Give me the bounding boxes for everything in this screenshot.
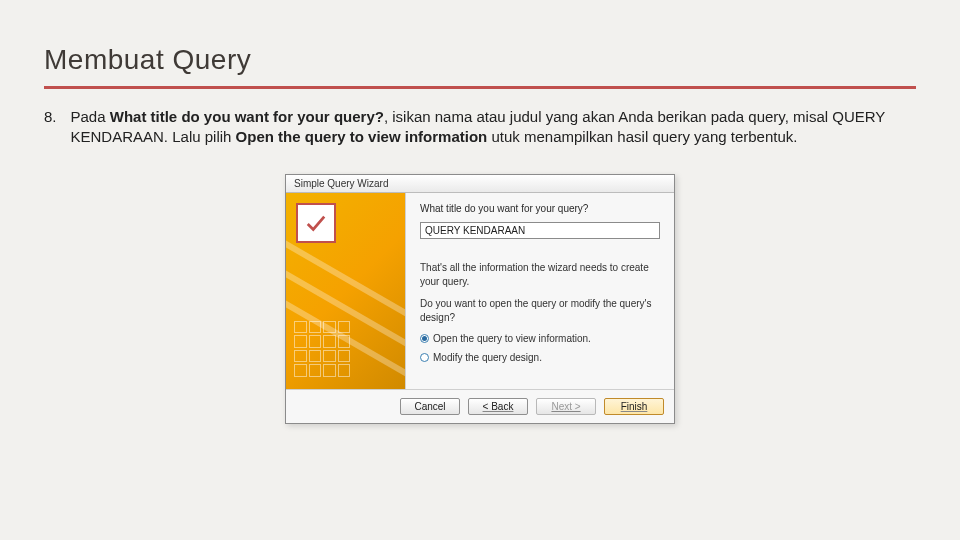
item-text: Pada What title do you want for your que… [71,107,916,148]
text-bold-1: What title do you want for your query? [110,108,384,125]
radio-open-query[interactable]: Open the query to view information. [420,333,660,344]
wizard-question: What title do you want for your query? [420,203,660,214]
title-rule [44,86,916,89]
radio-label: Modify the query design. [433,352,542,363]
wizard-sidebar [286,193,406,389]
radio-modify-design[interactable]: Modify the query design. [420,352,660,363]
wizard-info-1: That's all the information the wizard ne… [420,261,660,289]
text-after: utuk menampilkan hasil query yang terben… [487,128,797,145]
cancel-button[interactable]: Cancel [400,398,460,415]
radio-selected-icon [420,334,429,343]
wizard-titlebar: Simple Query Wizard [286,175,674,193]
page-title: Membuat Query [44,44,916,76]
text-bold-2: Open the query to view information [236,128,488,145]
back-button[interactable]: < Back [468,398,528,415]
wizard-info-2: Do you want to open the query or modify … [420,297,660,325]
checkered-flag-icon [296,203,336,243]
finish-button[interactable]: Finish [604,398,664,415]
text-before: Pada [71,108,110,125]
radio-label: Open the query to view information. [433,333,591,344]
wizard-button-bar: Cancel < Back Next > Finish [286,389,674,423]
instruction-item: 8. Pada What title do you want for your … [44,107,916,148]
wizard-dialog: Simple Query Wizard What title do you wa… [285,174,675,424]
next-button: Next > [536,398,596,415]
query-title-input[interactable] [420,222,660,239]
radio-unselected-icon [420,353,429,362]
item-number: 8. [44,107,57,148]
